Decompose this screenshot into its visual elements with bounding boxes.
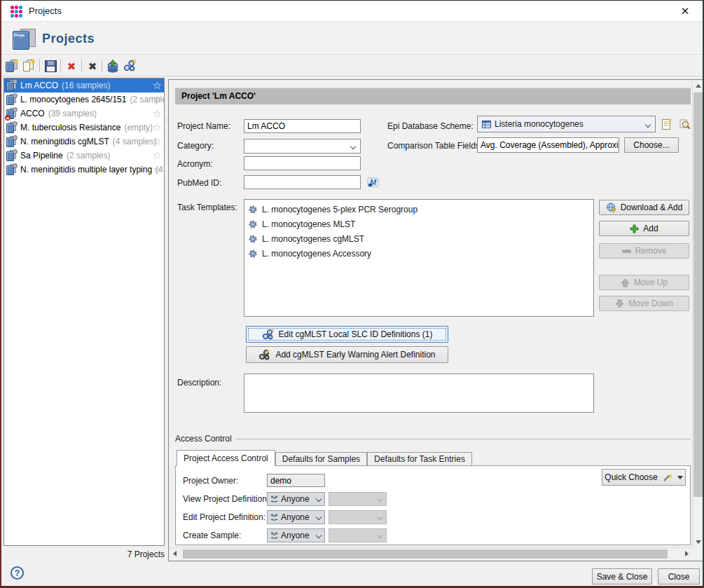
view-project-definition-select[interactable]: Anyone [267,492,325,506]
button-label: Remove [635,246,667,256]
button-label: Move Up [634,278,668,287]
tab-defaults-for-task-entries[interactable]: Defaults for Task Entries [367,452,472,466]
vertical-scrollbar[interactable] [692,80,703,547]
project-row-mtb-resistance[interactable]: M. tuberculosis Resistance (empty) [4,121,164,135]
slc-id-icon[interactable]: ID [122,58,137,74]
project-icon [6,80,17,91]
favorite-star-icon[interactable] [153,149,162,163]
edit-project-definition-select[interactable]: Anyone [267,510,325,524]
quick-choose-button[interactable]: Quick Choose ★ [602,469,686,486]
project-name-input[interactable] [244,119,361,133]
project-name: M. tuberculosis Resistance [20,123,120,132]
project-row-acco[interactable]: ACCO (39 samples) [4,107,164,121]
project-row-lm-acco[interactable]: Lm ACCO (16 samples) [4,78,164,93]
slc-id-icon: ID [262,329,274,341]
magic-wand-icon: ★ [662,472,673,482]
delete-icon[interactable]: ✖ [64,58,79,74]
description-label: Description: [177,376,221,390]
acronym-input[interactable] [244,156,361,170]
window-title: Projects [29,6,62,16]
move-down-button[interactable]: Move Down [599,296,689,311]
gear-icon [248,234,258,244]
favorite-star-icon[interactable] [153,78,162,93]
project-row-lmono-2645[interactable]: L. monocytogenes 2645/151 (2 samples) [4,93,164,107]
project-owner-label: Project Owner: [183,474,238,488]
gear-icon [248,249,258,259]
plus-icon [630,224,639,233]
add-button[interactable]: Add [599,221,689,236]
add-early-warning-alert-button[interactable]: ★ Add cgMLST Early Warning Alert Definit… [246,346,448,363]
task-template-item[interactable]: L. monocytogenes MLST [244,217,593,231]
select-value: Anyone [281,494,310,504]
scroll-down-icon[interactable] [693,536,704,547]
horizontal-scroll-thumb[interactable] [183,549,668,559]
svg-text:★: ★ [668,472,673,479]
footer-bar: ? Save & Close Close [1,561,703,587]
task-templates-list[interactable]: L. monocytogenes 5-plex PCR Serogroup L.… [244,199,594,317]
project-icon [6,94,17,105]
favorite-star-icon[interactable] [153,107,162,121]
project-meta: (2 samples) [67,151,111,160]
project-row-nmen-multilayer[interactable]: N. meningitidis multiple layer typing (4… [4,163,164,177]
download-add-button[interactable]: Download & Add [599,200,689,215]
remove-button[interactable]: Remove [599,243,689,259]
project-detail-panel: Project 'Lm ACCO' Project Name: Category… [168,79,704,561]
scroll-left-icon[interactable] [169,548,180,559]
category-label: Category: [177,139,214,153]
new-scheme-icon[interactable]: ★ [660,116,674,132]
favorite-star-icon[interactable] [153,93,162,107]
project-meta: (4 samples) [113,137,157,146]
project-row-sa-pipeline[interactable]: Sa Pipeline (2 samples) [4,149,164,163]
projects-dialog: Projects ✕ Proje Projects ★ ★ [0,0,704,588]
favorite-star-icon[interactable] [153,121,162,135]
projects-folder-icon: Proje [11,28,39,50]
copy-project-icon[interactable]: ★ [21,58,36,74]
save-and-close-button[interactable]: Save & Close [592,568,652,584]
vertical-scroll-thumb[interactable] [693,93,703,497]
move-up-button[interactable]: Move Up [599,275,689,290]
create-sample-secondary-select[interactable] [329,528,387,542]
table-icon [482,121,491,128]
favorite-star-icon[interactable] [153,135,162,149]
tab-project-access-control[interactable]: Project Access Control [177,450,275,466]
project-icon-with-minus-badge [6,108,17,119]
task-template-name: L. monocytogenes cgMLST [262,234,364,244]
description-textarea[interactable] [244,374,594,413]
help-icon[interactable]: ? [11,566,24,580]
edit-project-definition-secondary-select[interactable] [329,510,387,524]
database-upload-icon[interactable] [105,58,120,74]
task-template-item[interactable]: L. monocytogenes Accessory [244,246,593,261]
project-row-nmen-cgmlst[interactable]: N. meningitidis cgMLST (4 samples) [4,135,164,149]
view-project-definition-secondary-select[interactable] [329,492,387,506]
svg-text:ID: ID [132,60,136,64]
tab-defaults-for-samples[interactable]: Defaults for Samples [275,452,367,466]
new-project-icon[interactable]: ★ [4,58,20,74]
force-delete-icon[interactable]: ✖ [85,58,100,74]
button-label: Add cgMLST Early Warning Alert Definitio… [275,350,435,360]
view-scheme-magnifier-icon[interactable] [677,116,691,132]
epi-scheme-select[interactable]: Listeria monocytogenes [477,116,656,132]
select-value: Anyone [281,512,310,522]
project-icon [6,150,17,161]
edit-slc-definitions-button[interactable]: ID Edit cgMLST Local SLC ID Definitions … [246,326,448,343]
close-button[interactable]: Close [658,568,700,584]
access-tab-panel: Quick Choose ★ Project Owner: View Proje… [175,465,691,545]
create-sample-label: Create Sample: [183,528,241,542]
project-name: ACCO [20,109,45,118]
save-icon[interactable] [43,58,58,74]
scroll-right-icon[interactable] [681,548,692,559]
close-window-icon[interactable]: ✕ [673,1,697,21]
choose-fields-button[interactable]: Choose... [624,137,679,153]
task-template-item[interactable]: L. monocytogenes 5-plex PCR Serogroup [244,202,593,217]
task-template-item[interactable]: L. monocytogenes cgMLST [244,231,593,246]
create-sample-select[interactable]: Anyone [267,528,325,542]
scroll-up-icon[interactable] [693,80,704,91]
pubmed-icon[interactable]: M [366,175,380,190]
horizontal-scrollbar[interactable] [169,547,692,559]
favorite-star-icon[interactable] [153,163,162,177]
category-select[interactable] [244,139,361,153]
task-templates-label: Task Templates: [177,200,237,214]
task-template-name: L. monocytogenes MLST [262,219,355,229]
pubmed-input[interactable] [244,175,361,189]
project-icon [6,136,17,147]
